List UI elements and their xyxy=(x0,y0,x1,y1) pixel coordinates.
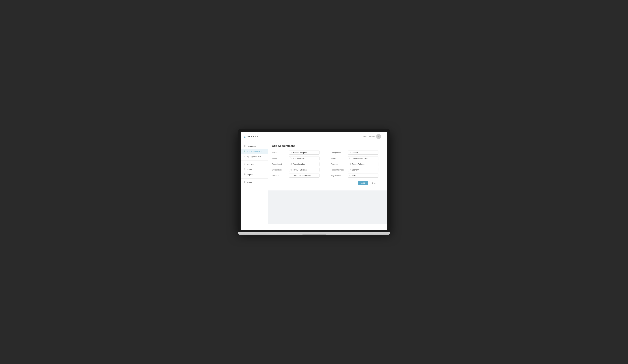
my-appointment-icon xyxy=(244,155,245,158)
dashboard-icon xyxy=(244,145,245,147)
field-name: Name Mayme Vasquez xyxy=(272,151,328,155)
sidebar-label-my-appointment: My Appointment xyxy=(247,155,261,157)
header-right: Hello, Admin ▼ xyxy=(363,134,384,139)
label-phone: Phone xyxy=(272,157,289,159)
form-col-left: Name Mayme Vasquez xyxy=(272,151,328,179)
svg-rect-18 xyxy=(244,182,245,182)
sidebar-label-report: Report xyxy=(247,174,253,176)
field-designation: Designation Vendor xyxy=(331,151,383,155)
sidebar-item-dashboard[interactable]: Dashboard xyxy=(241,144,268,149)
svg-rect-3 xyxy=(244,146,244,147)
tag-icon xyxy=(349,175,351,177)
label-designation: Designation xyxy=(331,152,348,154)
input-purpose[interactable]: Goods Delivery xyxy=(348,162,379,166)
field-phone: Phone 900 503 8238 xyxy=(272,156,328,160)
sidebar-item-masters[interactable]: Masters xyxy=(241,162,268,167)
app-body: Dashboard Add Appointment xyxy=(241,141,387,230)
value-phone: 900 503 8238 xyxy=(293,157,305,159)
sidebar-label-masters: Masters xyxy=(247,163,254,165)
value-email: cismuhwu@firzo.bq xyxy=(352,157,368,159)
form-col-right: Designation Vendor xyxy=(328,151,383,179)
box-icon xyxy=(349,163,351,165)
value-name: Mayme Vasquez xyxy=(293,152,307,154)
svg-point-0 xyxy=(378,136,379,136)
svg-point-23 xyxy=(350,152,350,152)
person-to-meet-icon xyxy=(349,169,351,171)
sidebar-item-my-appointment[interactable]: My Appointment xyxy=(241,154,268,159)
status-icon xyxy=(244,181,245,184)
email-icon xyxy=(349,157,351,159)
svg-rect-2 xyxy=(245,145,245,146)
label-name: Name xyxy=(272,152,289,154)
svg-point-12 xyxy=(244,169,245,169)
sidebar-item-status[interactable]: Status xyxy=(241,180,268,185)
sidebar-label-add-appointment: Add Appointment xyxy=(247,150,262,152)
label-email: Email xyxy=(331,157,348,159)
app: m MEETZ Hello, Admin ▼ xyxy=(241,132,387,230)
value-department: Administration xyxy=(293,163,305,165)
input-name[interactable]: Mayme Vasquez xyxy=(289,151,319,155)
sidebar: Dashboard Add Appointment xyxy=(241,141,268,230)
value-office-name: FORD - Chennai xyxy=(293,169,307,171)
svg-rect-17 xyxy=(244,182,244,182)
svg-point-25 xyxy=(350,169,350,170)
badge-icon xyxy=(349,152,351,154)
sidebar-item-admin[interactable]: Admin xyxy=(241,167,268,172)
sidebar-label-status: Status xyxy=(247,182,252,183)
field-remarks: Remarks Computer Hardwares xyxy=(272,174,328,178)
value-tag-number: 2434 xyxy=(352,175,356,177)
svg-point-20 xyxy=(291,152,292,152)
gray-area xyxy=(268,190,387,224)
admin-icon xyxy=(244,168,245,171)
logo: m MEETZ xyxy=(244,134,259,138)
value-remarks: Computer Hardwares xyxy=(293,175,311,177)
svg-rect-22 xyxy=(291,169,292,170)
input-tag-number[interactable]: 2434 xyxy=(348,174,379,178)
label-person-to-meet: Person to Meet xyxy=(331,169,348,171)
office-icon xyxy=(291,169,292,171)
input-phone[interactable]: 900 503 8238 xyxy=(289,156,319,160)
svg-rect-1 xyxy=(244,145,244,146)
input-remarks[interactable]: Computer Hardwares xyxy=(289,174,319,178)
logo-text: MEETZ xyxy=(248,135,259,138)
person-icon-name xyxy=(291,152,292,154)
masters-icon xyxy=(244,163,245,166)
input-department[interactable]: Administration xyxy=(289,162,319,166)
reset-button[interactable]: Reset xyxy=(369,181,379,185)
input-designation[interactable]: Vendor xyxy=(348,151,379,155)
add-appointment-icon xyxy=(244,150,245,153)
input-email[interactable]: cismuhwu@firzo.bq xyxy=(348,156,379,160)
sidebar-label-admin: Admin xyxy=(247,169,252,171)
avatar-dropdown-icon[interactable]: ▼ xyxy=(382,136,384,137)
value-person-to-meet: Zachary xyxy=(352,169,359,171)
value-purpose: Goods Delivery xyxy=(352,163,365,165)
field-email: Email cismuhwu@firzo.bq xyxy=(331,156,383,160)
building-icon xyxy=(291,163,292,165)
label-purpose: Purpose xyxy=(331,163,348,165)
header: m MEETZ Hello, Admin ▼ xyxy=(241,132,387,141)
value-designation: Vendor xyxy=(352,152,358,154)
label-department: Department xyxy=(272,163,289,165)
add-button[interactable]: Add xyxy=(358,181,368,185)
field-purpose: Purpose Goods Delivery xyxy=(331,162,383,166)
note-icon xyxy=(291,175,292,177)
screen-inner: m MEETZ Hello, Admin ▼ xyxy=(241,132,387,230)
report-icon xyxy=(244,173,245,176)
field-tag-number: Tag Number 2434 xyxy=(331,174,383,178)
field-person-to-meet: Person to Meet Zachary xyxy=(331,168,383,172)
input-office-name[interactable]: FORD - Chennai xyxy=(289,168,319,172)
sidebar-item-add-appointment[interactable]: Add Appointment xyxy=(241,149,268,154)
label-tag-number: Tag Number xyxy=(331,175,348,177)
form-section: Add Appointment Name xyxy=(268,141,387,190)
page-title: Add Appointment xyxy=(272,144,383,147)
input-person-to-meet[interactable]: Zachary xyxy=(348,168,379,172)
svg-rect-4 xyxy=(245,146,245,147)
avatar[interactable] xyxy=(376,134,381,139)
laptop-shell: m MEETZ Hello, Admin ▼ xyxy=(238,129,390,235)
laptop-base xyxy=(238,232,390,235)
phone-icon xyxy=(291,157,292,159)
action-row: Add Reset xyxy=(272,179,383,187)
main-content: Add Appointment Name xyxy=(268,141,387,230)
sidebar-item-report[interactable]: Report xyxy=(241,172,268,177)
hello-text: Hello, Admin xyxy=(363,135,375,138)
